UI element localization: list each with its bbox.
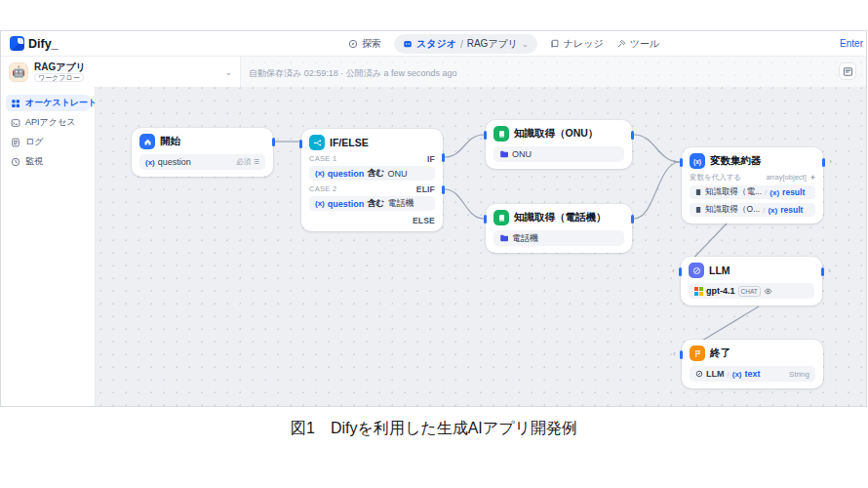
input-port[interactable] — [679, 267, 682, 276]
node-start[interactable]: 開始 (x) question 必須 ☰ — [132, 128, 273, 177]
source-node-name: 知識取得（電... — [705, 186, 762, 198]
input-port[interactable] — [680, 158, 683, 167]
llm-mini-icon — [695, 370, 703, 378]
folder-icon — [499, 149, 509, 159]
panel-icon — [843, 66, 853, 77]
variable-type: String — [789, 370, 809, 379]
enterprise-link[interactable]: Enter — [840, 38, 863, 49]
output-port[interactable] — [631, 215, 634, 224]
output-row[interactable]: LLM / (x) text String — [690, 366, 815, 382]
orchestrate-icon — [11, 99, 20, 108]
book-icon — [493, 210, 509, 225]
case-label: CASE 1 — [309, 154, 336, 163]
model-row[interactable]: gpt-4.1 CHAT — [689, 283, 814, 299]
node-knowledge-tel[interactable]: 知識取得（電話機） 電話機 — [486, 204, 632, 253]
add-variable-button[interactable]: + — [810, 173, 815, 183]
node-llm[interactable]: LLM gpt-4.1 CHAT ‹ › — [681, 257, 822, 305]
sidebar-item-label: ログ — [25, 136, 43, 148]
input-port[interactable] — [484, 131, 487, 140]
nav-explore[interactable]: 探索 — [348, 37, 381, 51]
dataset-name: ONU — [512, 149, 532, 159]
book-icon — [694, 206, 702, 214]
assign-label: 変数を代入する — [690, 173, 741, 183]
output-port[interactable] — [631, 131, 634, 140]
start-variable-row[interactable]: (x) question 必須 ☰ — [139, 154, 265, 170]
separator: / — [763, 206, 765, 215]
variable-icon: (x) — [315, 169, 325, 178]
edge-arrow: ‹ — [672, 267, 675, 275]
sidebar-item-label: 監視 — [25, 155, 43, 168]
nav-tools[interactable]: ツール — [616, 37, 659, 51]
chevron-down-icon[interactable]: ⌄ — [224, 67, 232, 77]
model-mode-badge: CHAT — [738, 286, 761, 297]
node-knowledge-onu[interactable]: 知識取得（ONU） ONU — [486, 120, 632, 169]
chevron-down-icon[interactable]: ⌄ — [522, 40, 529, 49]
azure-openai-icon — [694, 287, 703, 296]
explore-icon — [348, 39, 358, 49]
dify-logo-icon — [10, 36, 24, 51]
node-variable-aggregator[interactable]: (x) 変数集約器 変数を代入する array[object] + 知識取得（電… — [682, 147, 823, 224]
condition-1[interactable]: (x) question 含む ONU — [309, 166, 435, 181]
dataset-row[interactable]: 電話機 — [493, 230, 624, 246]
output-port-elif[interactable] — [442, 185, 445, 194]
app-selector[interactable]: 🤖 RAGアプリ ワークフロー ⌄ — [1, 57, 240, 87]
dataset-name: 電話機 — [512, 232, 538, 245]
node-ifelse[interactable]: IF/ELSE CASE 1 IF (x) question 含む ONU CA… — [301, 129, 443, 231]
input-port[interactable] — [484, 215, 487, 224]
sidebar-item-monitoring[interactable]: 監視 — [6, 153, 90, 170]
folder-icon — [499, 233, 509, 243]
top-navigation-bar: Dify_ 探索 スタジオ / RAGアプリ ⌄ ナレッジ ツール — [1, 31, 866, 57]
nav-studio[interactable]: スタジオ / RAGアプリ ⌄ — [394, 34, 537, 54]
condition-value: 電話機 — [388, 197, 414, 210]
llm-icon — [689, 263, 704, 278]
aggregated-variable-row[interactable]: 知識取得（電... / (x) result — [690, 185, 815, 199]
condition-2[interactable]: (x) question 含む 電話機 — [309, 196, 435, 211]
output-type: array[object] — [766, 173, 806, 182]
api-icon — [11, 118, 20, 128]
sidebar-item-logs[interactable]: ログ — [6, 134, 90, 150]
nav-knowledge[interactable]: ナレッジ — [550, 37, 604, 51]
output-port[interactable] — [272, 138, 275, 146]
branch-label-elif: ELIF — [416, 184, 435, 194]
variable-aggregator-icon: (x) — [690, 153, 705, 169]
figure-caption: 図1 Difyを利用した生成AIアプリ開発例 — [0, 419, 868, 439]
edge-arrow: › — [829, 158, 832, 166]
sidebar-item-orchestrate[interactable]: オーケストレート — [6, 95, 90, 111]
features-panel-button[interactable] — [839, 62, 856, 80]
node-end[interactable]: 終了 LLM / (x) text String ‹ — [682, 340, 823, 388]
branch-label-if: IF — [427, 154, 435, 164]
sidebar-item-api-access[interactable]: APIアクセス — [6, 114, 90, 131]
nav-separator: / — [460, 39, 463, 50]
eye-icon — [764, 287, 772, 296]
condition-variable: question — [328, 199, 365, 209]
variable-icon: (x) — [732, 370, 742, 379]
source-node-name: LLM — [706, 369, 725, 379]
app-name: RAGアプリ — [34, 61, 86, 72]
output-port[interactable] — [821, 267, 824, 276]
book-icon — [493, 126, 509, 142]
app-type-badge: ワークフロー — [34, 73, 84, 83]
variable-icon: (x) — [769, 188, 779, 197]
sidebar-item-label: オーケストレート — [25, 97, 97, 109]
input-port[interactable] — [680, 350, 683, 359]
model-name: gpt-4.1 — [706, 286, 735, 296]
node-title: 終了 — [710, 346, 730, 360]
condition-operator: 含む — [367, 167, 384, 180]
input-port[interactable] — [299, 140, 302, 148]
aggregated-variable-row[interactable]: 知識取得（O... / (x) result — [690, 203, 815, 217]
separator: / — [765, 188, 767, 197]
app-sidebar: オーケストレート APIアクセス ログ 監視 — [1, 87, 95, 407]
variable-name: result — [780, 205, 803, 215]
app-avatar: 🤖 — [9, 62, 28, 82]
output-port-if[interactable] — [442, 153, 445, 162]
output-port[interactable] — [822, 158, 825, 167]
variable-icon: (x) — [768, 206, 777, 215]
variable-icon: (x) — [145, 158, 155, 167]
sidebar-item-label: APIアクセス — [25, 116, 75, 129]
variable-name: text — [745, 369, 761, 379]
nav-knowledge-label: ナレッジ — [564, 37, 604, 51]
nav-current-app[interactable]: RAGアプリ — [467, 37, 518, 51]
edge-arrow: ‹ — [673, 350, 676, 358]
dataset-row[interactable]: ONU — [493, 146, 624, 162]
nav-studio-label: スタジオ — [416, 37, 456, 51]
